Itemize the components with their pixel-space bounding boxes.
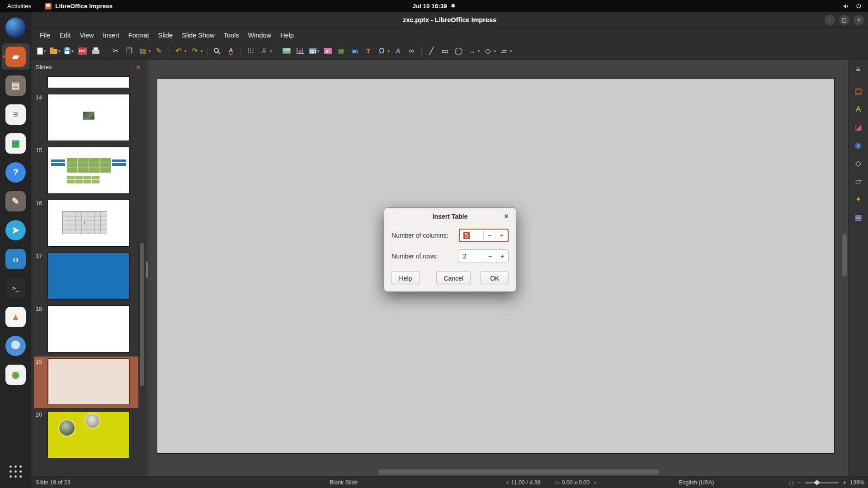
dock-file-manager[interactable]: ▤ [2, 72, 30, 99]
insert-ole-object-button[interactable]: ▣ [348, 44, 361, 58]
paste-button[interactable]: ▨▾ [137, 44, 152, 58]
menu-tools[interactable]: Tools [219, 30, 244, 41]
dialog-titlebar[interactable]: Insert Table × [384, 208, 516, 225]
save-button[interactable]: ▾ [62, 44, 75, 58]
menu-slide-show[interactable]: Slide Show [177, 30, 219, 41]
lines-arrows-button[interactable]: →▾ [466, 44, 481, 58]
menu-file[interactable]: File [35, 30, 55, 41]
flowchart-button[interactable]: ▱▾ [498, 44, 514, 58]
activities-button[interactable]: Activities [7, 3, 31, 9]
focused-app-menu[interactable]: LibreOffice Impress [45, 3, 113, 9]
slide-thumbnail-partial[interactable] [47, 76, 130, 88]
dock-chromium[interactable] [2, 333, 30, 359]
master-slides-button[interactable]: ▦ [851, 211, 866, 225]
menu-view[interactable]: View [75, 30, 98, 41]
zoom-slider-thumb[interactable] [814, 479, 820, 485]
close-dialog-button[interactable]: × [501, 211, 511, 221]
open-button[interactable]: ▾ [48, 44, 62, 58]
navigator-button[interactable]: ◉ [851, 138, 866, 152]
new-document-button[interactable]: ▾ [35, 44, 48, 58]
print-button[interactable] [90, 44, 103, 58]
insert-hyperlink-button[interactable]: ∞ [405, 44, 418, 58]
gallery-button[interactable]: ◪ [851, 120, 866, 134]
ellipse-button[interactable]: ◯ [452, 44, 465, 58]
slide-thumbnail-14[interactable] [47, 94, 130, 141]
zoom-in-button[interactable]: + [843, 479, 846, 486]
clone-formatting-button[interactable]: ✎ [152, 44, 165, 58]
properties-button[interactable]: ▤ [851, 84, 866, 98]
animation-button[interactable]: ✦ [851, 192, 866, 206]
dock-gimp[interactable]: ✎ [2, 188, 30, 214]
gallery-button[interactable]: ▦ [335, 44, 348, 58]
menu-help[interactable]: Help [276, 30, 298, 41]
shapes-button[interactable]: ◇ [851, 156, 866, 170]
slide-thumbnail-18[interactable] [47, 305, 130, 352]
zoom-out-button[interactable]: − [797, 479, 801, 486]
special-character-button[interactable]: Ω▾ [375, 44, 391, 58]
dock-vlc[interactable]: ▲ [2, 304, 30, 330]
dock-libreoffice-impress[interactable]: ▰ [2, 43, 30, 70]
minimize-button[interactable]: – [825, 15, 835, 25]
fontwork-button[interactable]: A [392, 44, 405, 58]
dock-vscode[interactable]: ‹› [2, 246, 30, 272]
menu-insert[interactable]: Insert [99, 30, 124, 41]
menu-edit[interactable]: Edit [55, 30, 75, 41]
columns-increment-button[interactable]: + [495, 230, 508, 241]
sidebar-settings-button[interactable]: ≡ [851, 62, 866, 76]
titlebar[interactable]: zxc.pptx - LibreOffice Impress – ▢ × [31, 12, 868, 28]
dock-telegram[interactable]: ➤ [2, 217, 30, 243]
slide-thumbnail-17[interactable] [47, 253, 130, 300]
helplines-button[interactable]: #▾ [258, 44, 274, 58]
cut-button[interactable]: ✂ [109, 44, 123, 58]
vertical-scrollbar[interactable] [842, 63, 847, 451]
copy-button[interactable]: ❐ [123, 44, 136, 58]
zoom-level[interactable]: 139% [850, 479, 864, 486]
help-button[interactable]: Help [392, 271, 420, 285]
insert-chart-button[interactable] [294, 44, 307, 58]
dock-libreoffice-writer[interactable]: ≡ [2, 101, 30, 127]
fit-slide-button[interactable]: ▢ [788, 479, 793, 486]
zoom-slider[interactable] [805, 482, 839, 483]
basic-shapes-button[interactable]: ◇▾ [481, 44, 497, 58]
rows-input[interactable]: 2 [459, 253, 484, 260]
dock-terminal[interactable]: >_ [2, 275, 30, 301]
rows-decrement-button[interactable]: − [484, 250, 496, 263]
ok-button[interactable]: OK [481, 271, 509, 285]
export-pdf-button[interactable]: PDF [76, 44, 89, 58]
slide-thumbnail-15[interactable] [47, 147, 130, 194]
system-indicators[interactable] [843, 3, 868, 9]
insert-image-button[interactable] [280, 44, 293, 58]
slides-panel-scrollbar-thumb[interactable] [140, 243, 144, 387]
rectangle-button[interactable]: ▭ [439, 44, 452, 58]
menu-format[interactable]: Format [124, 30, 154, 41]
styles-button[interactable]: A [851, 102, 866, 116]
dock-ubuntu-software[interactable]: ◉ [2, 361, 30, 388]
panel-splitter[interactable] [145, 60, 149, 476]
slide-layout-indicator[interactable]: Blank Slide [330, 479, 358, 486]
dock-show-applications[interactable] [2, 458, 30, 484]
menu-slide[interactable]: Slide [154, 30, 177, 41]
slide-thumbnail-19[interactable] [47, 358, 130, 405]
dock-help[interactable]: ? [2, 159, 30, 185]
close-window-button[interactable]: × [854, 15, 864, 25]
cancel-button[interactable]: Cancel [436, 271, 471, 285]
horizontal-scrollbar-thumb[interactable] [378, 469, 660, 474]
columns-input[interactable]: 5 [460, 232, 483, 239]
columns-decrement-button[interactable]: − [483, 230, 495, 241]
rows-increment-button[interactable]: + [496, 250, 508, 263]
insert-table-button[interactable]: ▾ [307, 44, 321, 58]
display-grid-button[interactable] [244, 44, 257, 58]
slide-thumbnail-20[interactable] [47, 411, 130, 458]
insert-media-button[interactable]: ▶ [321, 44, 334, 58]
slide-thumbnail-16[interactable] [47, 200, 130, 247]
maximize-button[interactable]: ▢ [839, 15, 849, 25]
slides-panel-scrollbar[interactable] [140, 75, 144, 474]
dock-libreoffice-calc[interactable]: ▦ [2, 130, 30, 156]
undo-button[interactable]: ↶▾ [172, 44, 188, 58]
line-button[interactable]: ╱ [425, 44, 438, 58]
horizontal-scrollbar[interactable] [151, 469, 838, 474]
dock-firefox[interactable] [2, 14, 30, 41]
clock-button[interactable]: Jul 10 16:39 [412, 3, 456, 9]
spelling-button[interactable]: A [224, 44, 237, 58]
close-panel-button[interactable]: × [136, 64, 140, 70]
